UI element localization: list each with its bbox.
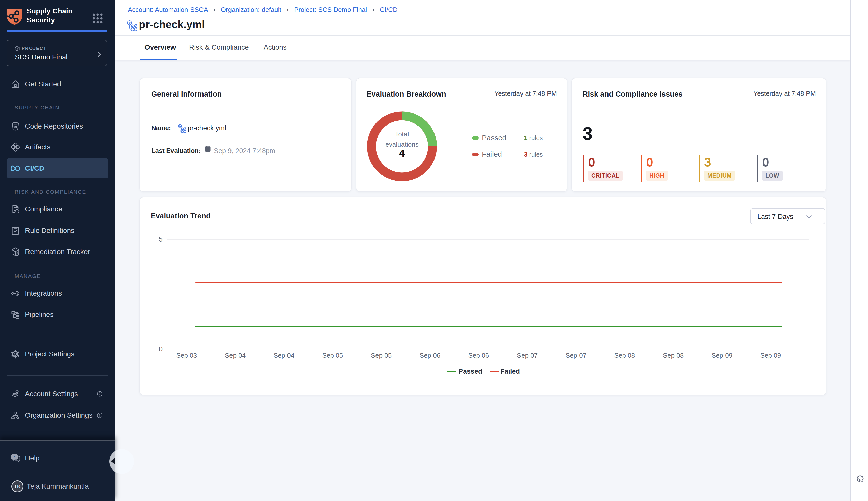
svg-text:evaluations: evaluations [385, 141, 419, 148]
svg-text:?: ? [13, 455, 14, 459]
svg-text:4: 4 [399, 147, 405, 159]
svg-text:Total: Total [395, 130, 409, 138]
